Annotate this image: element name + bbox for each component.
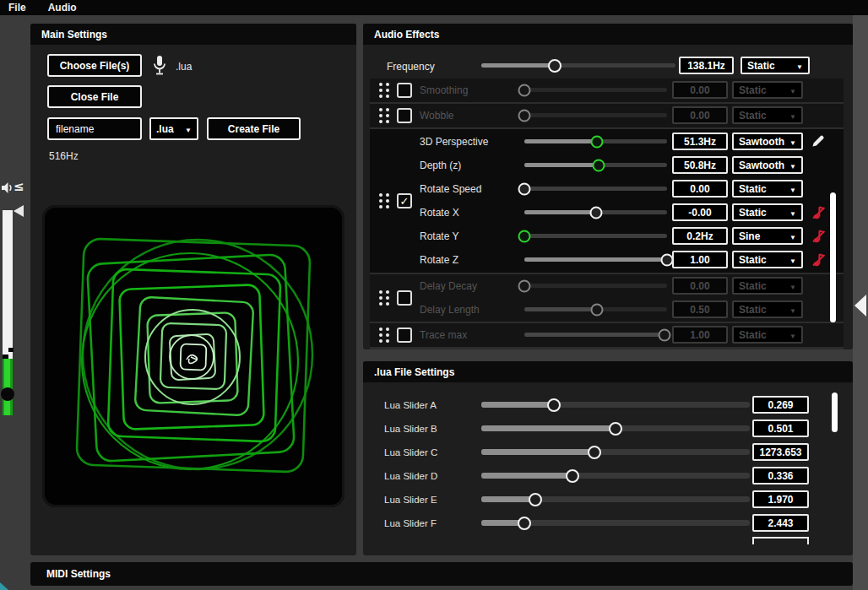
- chevron-down-icon: [789, 207, 796, 219]
- slider-thumb[interactable]: [518, 84, 531, 96]
- effect-slider[interactable]: [524, 88, 667, 92]
- drag-handle-icon[interactable]: [379, 108, 389, 123]
- effect-type-dropdown[interactable]: Static: [732, 326, 803, 344]
- effect-slider[interactable]: [524, 284, 667, 288]
- effect-slider[interactable]: [524, 210, 667, 214]
- effect-type-dropdown[interactable]: Sine: [732, 227, 803, 245]
- slider-thumb[interactable]: [547, 398, 561, 412]
- lua-file-settings-header[interactable]: .lua File Settings: [363, 361, 853, 382]
- lua-slider[interactable]: [481, 496, 750, 502]
- drag-handle-icon[interactable]: [379, 290, 389, 306]
- slider-thumb[interactable]: [518, 182, 531, 195]
- effect-slider[interactable]: [524, 234, 667, 238]
- menu-audio[interactable]: Audio: [48, 2, 77, 14]
- drag-handle-icon[interactable]: [379, 83, 389, 98]
- volume-marker-icon[interactable]: [14, 205, 24, 217]
- drag-handle-icon[interactable]: [379, 193, 389, 208]
- lua-slider-value[interactable]: 0.336: [752, 467, 809, 484]
- effect-value[interactable]: 1.00: [672, 251, 728, 268]
- extension-dropdown[interactable]: .lua: [149, 117, 198, 140]
- effect-slider[interactable]: [524, 163, 667, 167]
- effect-type-dropdown[interactable]: Static: [732, 300, 803, 318]
- effect-slider[interactable]: [524, 333, 667, 337]
- midi-learn-icon[interactable]: [812, 252, 826, 268]
- effect-value[interactable]: 0.00: [672, 106, 728, 124]
- effect-slider[interactable]: [524, 113, 667, 117]
- effect-type-dropdown[interactable]: Sawtooth: [732, 133, 803, 150]
- lua-slider[interactable]: [481, 449, 750, 455]
- create-file-button[interactable]: Create File: [207, 117, 301, 140]
- effects-scrollbar[interactable]: [830, 192, 836, 322]
- lua-slider-value[interactable]: 0.501: [752, 419, 809, 437]
- midi-settings-header[interactable]: MIDI Settings: [30, 562, 853, 586]
- effect-type-dropdown[interactable]: Static: [732, 106, 803, 124]
- slider-thumb[interactable]: [518, 279, 531, 292]
- slider-thumb[interactable]: [589, 206, 602, 219]
- effect-type-dropdown[interactable]: Static: [732, 251, 803, 268]
- drag-handle-icon[interactable]: [379, 327, 389, 343]
- slider-thumb[interactable]: [518, 517, 531, 530]
- slider-thumb[interactable]: [548, 59, 561, 73]
- menu-file[interactable]: File: [8, 2, 26, 14]
- slider-thumb[interactable]: [609, 422, 622, 436]
- lua-slider-value[interactable]: 0.269: [752, 396, 809, 414]
- volume-slider[interactable]: [3, 210, 13, 415]
- filename-input[interactable]: [47, 117, 142, 140]
- oscilloscope-screen[interactable]: [42, 205, 344, 507]
- effect-value[interactable]: 51.3Hz: [672, 133, 728, 150]
- slider-thumb[interactable]: [591, 135, 604, 148]
- effect-type-dropdown[interactable]: Static: [732, 180, 803, 198]
- effect-value[interactable]: 0.00: [672, 180, 728, 198]
- lua-slider-value[interactable]: 2.443: [752, 514, 809, 532]
- frequency-type-dropdown[interactable]: Static: [741, 57, 810, 74]
- lua-slider[interactable]: [481, 520, 750, 526]
- main-settings-header[interactable]: Main Settings: [30, 24, 356, 45]
- lua-slider[interactable]: [481, 402, 750, 408]
- effect-checkbox[interactable]: [397, 83, 412, 98]
- choose-file-button[interactable]: Choose File(s): [47, 54, 142, 77]
- slider-thumb[interactable]: [518, 109, 531, 122]
- midi-learn-icon[interactable]: [812, 228, 826, 245]
- collapse-panel-arrow-icon[interactable]: [854, 295, 866, 317]
- slider-thumb[interactable]: [518, 230, 531, 242]
- slider-thumb[interactable]: [566, 469, 579, 483]
- close-file-button[interactable]: Close File: [47, 85, 142, 108]
- slider-thumb[interactable]: [591, 303, 604, 316]
- lua-slider-value[interactable]: 1273.653: [752, 443, 809, 461]
- effect-checkbox[interactable]: [397, 290, 412, 306]
- edit-pencil-icon[interactable]: [811, 133, 826, 149]
- effect-type-dropdown[interactable]: Static: [732, 81, 803, 99]
- effect-checkbox[interactable]: [397, 193, 412, 208]
- effect-value[interactable]: 0.00: [672, 81, 728, 99]
- slider-thumb[interactable]: [588, 446, 601, 459]
- effect-slider[interactable]: [524, 257, 667, 262]
- volume-knob[interactable]: [1, 387, 14, 401]
- effect-checkbox[interactable]: [397, 108, 412, 123]
- effect-value[interactable]: 0.50: [672, 300, 728, 318]
- lua-slider[interactable]: [481, 425, 750, 431]
- effect-value[interactable]: 50.8Hz: [672, 156, 728, 174]
- lua-slider[interactable]: [481, 473, 750, 479]
- effect-label: Rotate Z: [420, 254, 458, 266]
- effect-slider[interactable]: [524, 187, 667, 191]
- effect-type-dropdown[interactable]: Static: [732, 203, 803, 221]
- effect-checkbox[interactable]: [397, 327, 412, 343]
- effect-label: Rotate Speed: [420, 183, 481, 195]
- effect-value[interactable]: 0.00: [672, 277, 728, 295]
- slider-thumb[interactable]: [592, 159, 605, 171]
- effect-slider[interactable]: [524, 139, 667, 143]
- frequency-slider[interactable]: [481, 63, 675, 68]
- audio-effects-header[interactable]: Audio Effects: [363, 24, 853, 45]
- effect-slider[interactable]: [524, 307, 667, 311]
- effect-value[interactable]: -0.00: [672, 203, 728, 221]
- midi-learn-icon[interactable]: [812, 204, 826, 221]
- effect-value[interactable]: 1.00: [672, 326, 728, 344]
- effect-type-dropdown[interactable]: Sawtooth: [732, 156, 803, 174]
- frequency-value[interactable]: 138.1Hz: [679, 57, 734, 74]
- lua-scrollbar[interactable]: [832, 392, 838, 432]
- effect-type-dropdown[interactable]: Static: [732, 277, 803, 295]
- slider-thumb[interactable]: [658, 328, 670, 341]
- effect-value[interactable]: 0.2Hz: [672, 227, 728, 245]
- lua-slider-value[interactable]: 1.970: [752, 490, 809, 508]
- slider-thumb[interactable]: [529, 493, 542, 506]
